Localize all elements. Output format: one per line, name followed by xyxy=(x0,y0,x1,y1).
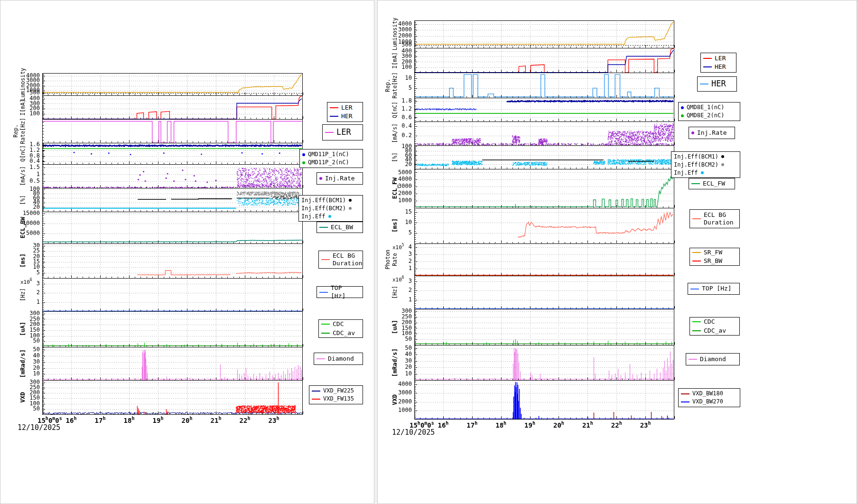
legend-box: Diamond xyxy=(314,353,363,365)
y-axis-label-text: Q[nC] xyxy=(391,102,398,118)
legend-label: LER xyxy=(336,127,351,137)
legend-label: CDC_av xyxy=(704,327,726,335)
legend-box: SR_FWSR_BW xyxy=(689,248,740,266)
legend-entry: SR_BW xyxy=(692,257,737,265)
y-axis-label: ECL_BW xyxy=(13,212,26,243)
legend-line-marker xyxy=(319,227,328,228)
legend-entry: ECL BG Duration xyxy=(321,252,360,268)
date-label-right: 12/10/2025 xyxy=(392,428,435,437)
y-axis-label-text: [Hz] xyxy=(19,288,26,301)
legend-entry: Diamond xyxy=(317,355,360,363)
legend-line-marker xyxy=(681,393,689,394)
legend-entry: QMD8E_1(nC) xyxy=(681,104,737,111)
legend-line-marker xyxy=(692,218,701,219)
legend-label: Diamond xyxy=(328,355,354,363)
legend-line-marker xyxy=(690,289,699,289)
legend-dot-marker xyxy=(349,207,352,210)
legend-box: ECL BG Duration xyxy=(318,251,363,269)
y-axis-label: [mRad/s] xyxy=(13,347,26,380)
legend-label: Inj.Eff xyxy=(301,213,326,220)
y-axis-label-text: [%] xyxy=(19,195,26,205)
y-axis-label: [%] xyxy=(385,145,398,169)
legend-entry: LER xyxy=(703,55,734,62)
legend-label: TOP [Hz] xyxy=(331,284,360,300)
y-axis-label-text: Rep. xyxy=(384,79,391,92)
legend-entry: VXD_FW225 xyxy=(312,387,360,394)
legend-entry: VXD_BW270 xyxy=(681,398,737,405)
legend-line-marker xyxy=(321,324,330,325)
y-axis-label: [%] xyxy=(13,188,26,212)
y-axis-label-text: [mA/s] xyxy=(19,166,26,186)
y-axis-label: [mRad/s] xyxy=(385,345,398,380)
legend-dot-marker xyxy=(328,215,331,218)
legend-dot-marker xyxy=(302,153,305,156)
legend-label: LER xyxy=(341,104,352,112)
y-axis-label: PhotonRate xyxy=(385,243,398,276)
y-axis-label-text: VXD xyxy=(391,394,398,405)
y-axis-label-text: Q[nC] xyxy=(19,145,26,162)
legend-dot-marker xyxy=(302,161,305,164)
y-axis-label-text: I[mA] xyxy=(391,52,398,69)
legend-label: Inj.Rate xyxy=(697,129,727,137)
legend-label: VXD_BW270 xyxy=(692,398,723,405)
legend-entry: SR_FW xyxy=(692,249,737,256)
y-axis-label: [mA/s] xyxy=(13,164,26,188)
y-axis-label: I[mA] xyxy=(13,95,26,119)
legend-line-marker xyxy=(692,252,701,253)
legend-line-marker xyxy=(321,333,330,334)
y-axis-label: Luminosity xyxy=(13,73,26,95)
legend-line-marker xyxy=(321,259,330,260)
y-axis-label-text: I[mA] xyxy=(19,99,26,116)
legend-line-marker xyxy=(312,399,320,400)
legend-entry: Inj.Eff(BCM1) xyxy=(301,197,360,204)
y-axis-label: [uA] xyxy=(385,309,398,345)
legend-dot-marker xyxy=(691,131,694,134)
legend-label: SR_BW xyxy=(704,257,722,265)
legend-entry: Inj.Rate xyxy=(691,129,732,137)
legend-entry: Inj.Eff xyxy=(301,213,360,220)
legend-box: LER xyxy=(322,124,363,140)
legend-label: Inj.Eff(BCM2) xyxy=(674,161,718,168)
y-axis-label: I[mA] xyxy=(385,48,398,73)
legend-box: Inj.Eff(BCM1)Inj.Eff(BCM2)Inj.Eff xyxy=(298,195,363,222)
legend-box: Diamond xyxy=(686,353,740,365)
legend-entry: ECL_BW xyxy=(319,224,360,231)
legend-label: ECL_BW xyxy=(331,224,353,231)
legend-label: ECL_FW xyxy=(703,180,725,187)
legend-dot-marker xyxy=(701,171,704,174)
legend-dot-marker xyxy=(721,155,724,158)
legend-line-marker xyxy=(319,292,328,293)
legend-line-marker xyxy=(330,107,338,108)
legend-box: Inj.Rate xyxy=(317,172,363,185)
y-axis-label-text: [ms] xyxy=(391,218,398,233)
legend-entry: QMD11P_2(nC) xyxy=(302,159,360,166)
legend-label: VXD_BW180 xyxy=(692,390,723,397)
legend-entry: CDC_av xyxy=(321,329,360,337)
legend-line-marker xyxy=(692,330,701,331)
y-axis-label-text: [mA/s] xyxy=(391,123,398,143)
legend-box: CDCCDC_av xyxy=(689,317,740,336)
legend-label: QMD11P_2(nC) xyxy=(308,159,349,166)
legend-entry: VXD_FW135 xyxy=(312,395,360,402)
legend-entry: LER xyxy=(325,127,360,137)
legend-entry: ECL_FW xyxy=(691,180,732,187)
legend-label: CDC xyxy=(704,318,715,326)
legend-label: QMD8E_2(nC) xyxy=(687,112,724,119)
legend-label: CDC xyxy=(333,320,344,328)
y-axis-label-text: [uA] xyxy=(391,320,398,334)
legend-line-marker xyxy=(692,261,701,261)
y-axis-label-text: [ms] xyxy=(19,253,26,268)
legend-line-marker xyxy=(703,58,712,59)
y-axis-label: Rep.Rate[Hz] xyxy=(385,73,398,98)
y-axis-label: [Hz] xyxy=(385,276,398,309)
legend-entry: QMD11P_1(nC) xyxy=(302,151,360,158)
legend-label: Diamond xyxy=(700,355,726,363)
y-axis-label-text: [Hz] xyxy=(391,286,398,299)
legend-label: HER xyxy=(341,112,352,120)
legend-entry: Diamond xyxy=(689,355,737,363)
legend-label: VXD_FW135 xyxy=(323,395,354,402)
legend-box: TOP [Hz] xyxy=(317,286,363,298)
legend-box: ECL_BW xyxy=(317,222,363,233)
legend-entry: TOP [Hz] xyxy=(319,284,360,300)
legend-line-marker xyxy=(703,66,712,67)
